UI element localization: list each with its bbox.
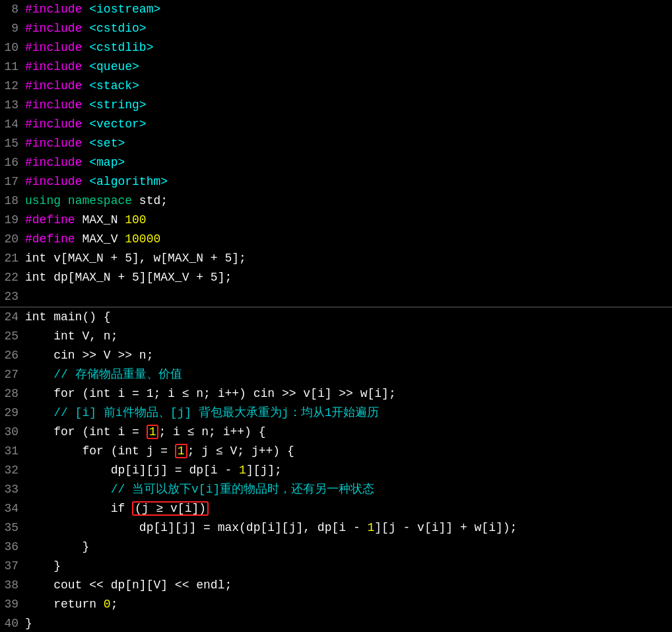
line-17: 17 #include <algorithm>	[0, 172, 672, 192]
line-9: 9 #include <cstdio>	[0, 19, 672, 38]
line-40: 40 }	[0, 614, 672, 632]
line-26: 26 cin >> V >> n;	[0, 346, 672, 365]
line-27: 27 // 存储物品重量、价值	[0, 365, 672, 384]
line-32: 32 dp[i][j] = dp[i - 1][j];	[0, 461, 672, 480]
line-18: 18 using namespace std;	[0, 192, 672, 211]
line-13: 13 #include <string>	[0, 96, 672, 115]
line-35: 35 dp[i][j] = max(dp[i][j], dp[i - 1][j …	[0, 518, 672, 538]
line-20: 20 #define MAX_V 10000	[0, 230, 672, 249]
line-33: 33 // 当可以放下v[i]重的物品时，还有另一种状态	[0, 480, 672, 499]
line-19: 19 #define MAX_N 100	[0, 211, 672, 230]
line-29: 29 // [i] 前i件物品、[j] 背包最大承重为j：均从1开始遍历	[0, 404, 672, 423]
line-23: 23	[0, 287, 672, 306]
line-14: 14 #include <vector>	[0, 115, 672, 134]
line-16: 16 #include <map>	[0, 153, 672, 172]
line-12: 12 #include <stack>	[0, 77, 672, 96]
line-36: 36 }	[0, 538, 672, 557]
code-editor: 8 #include <iostream> 9 #include <cstdio…	[0, 0, 672, 632]
line-24: 24 int main() {	[0, 308, 672, 327]
line-34: 34 if (j ≥ v[i])	[0, 499, 672, 518]
line-25: 25 int V, n;	[0, 327, 672, 346]
line-38: 38 cout << dp[n][V] << endl;	[0, 576, 672, 595]
line-11: 11 #include <queue>	[0, 57, 672, 77]
line-8: 8 #include <iostream>	[0, 0, 672, 19]
line-37: 37 }	[0, 557, 672, 576]
line-31: 31 for (int j = 1; j ≤ V; j++) {	[0, 442, 672, 461]
line-30: 30 for (int i = 1; i ≤ n; i++) {	[0, 423, 672, 442]
line-22: 22 int dp[MAX_N + 5][MAX_V + 5];	[0, 268, 672, 287]
line-10: 10 #include <cstdlib>	[0, 38, 672, 57]
line-21: 21 int v[MAX_N + 5], w[MAX_N + 5];	[0, 249, 672, 268]
line-28: 28 for (int i = 1; i ≤ n; i++) cin >> v[…	[0, 384, 672, 404]
line-15: 15 #include <set>	[0, 134, 672, 153]
line-39: 39 return 0;	[0, 595, 672, 614]
